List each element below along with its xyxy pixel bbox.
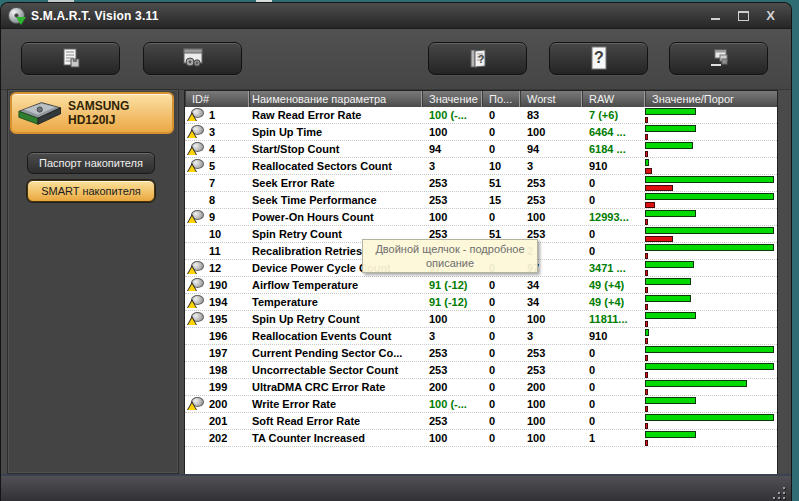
attr-id: 199 bbox=[209, 379, 227, 395]
attr-bar-cell bbox=[645, 328, 777, 344]
attr-raw: 0 bbox=[582, 243, 645, 259]
disk-warning-icon bbox=[187, 312, 207, 326]
value-bar bbox=[645, 414, 774, 421]
disk-warning-icon bbox=[187, 397, 207, 411]
column-header-name[interactable]: Наименование параметра bbox=[249, 91, 422, 107]
attr-name: Spin Up Retry Count bbox=[249, 311, 422, 327]
maximize-button[interactable] bbox=[737, 9, 750, 22]
attr-raw: 0 bbox=[582, 226, 645, 242]
attr-raw: 49 (+4) bbox=[582, 277, 645, 293]
app-icon bbox=[8, 7, 25, 24]
threshold-bar bbox=[645, 151, 648, 157]
about-button[interactable]: ? bbox=[549, 42, 648, 75]
close-button[interactable]: X bbox=[764, 9, 777, 22]
attr-threshold: 0 bbox=[482, 413, 520, 429]
threshold-bar bbox=[645, 270, 648, 276]
save-report-button[interactable] bbox=[21, 42, 120, 75]
table-row[interactable]: 9Power-On Hours Count100010012993... bbox=[185, 209, 777, 226]
table-row[interactable]: 200Write Error Rate100 (-...01000 bbox=[185, 396, 777, 413]
exit-button[interactable] bbox=[669, 42, 768, 75]
attr-name: Reallocated Sectors Count bbox=[249, 158, 422, 174]
attr-name: Start/Stop Count bbox=[249, 141, 422, 157]
value-bar bbox=[645, 363, 774, 370]
table-row[interactable]: 8Seek Time Performance253152530 bbox=[185, 192, 777, 209]
table-row[interactable]: 199UltraDMA CRC Error Rate20002000 bbox=[185, 379, 777, 396]
table-row[interactable]: 196Reallocation Events Count303910 bbox=[185, 328, 777, 345]
column-header-threshold[interactable]: По... bbox=[482, 91, 520, 107]
row-icon-placeholder bbox=[187, 380, 207, 394]
table-row[interactable]: 4Start/Stop Count940946184 ... bbox=[185, 141, 777, 158]
value-bar bbox=[645, 431, 696, 438]
attr-id: 198 bbox=[209, 362, 227, 378]
attr-id: 11 bbox=[209, 243, 221, 259]
attr-worst: 100 bbox=[520, 209, 582, 225]
row-icon-placeholder bbox=[187, 193, 207, 207]
attr-worst: 253 bbox=[520, 362, 582, 378]
settings-button[interactable] bbox=[143, 42, 242, 75]
attr-bar-cell bbox=[645, 362, 777, 378]
attr-threshold: 0 bbox=[482, 311, 520, 327]
attr-threshold: 10 bbox=[482, 158, 520, 174]
attr-worst: 253 bbox=[520, 345, 582, 361]
drive-passport-button[interactable]: Паспорт накопителя bbox=[27, 152, 155, 174]
attr-name: Raw Read Error Rate bbox=[249, 107, 422, 123]
table-row[interactable]: 198Uncorrectable Sector Count25302530 bbox=[185, 362, 777, 379]
attr-id: 197 bbox=[209, 345, 227, 361]
table-row[interactable]: 3Spin Up Time10001006464 ... bbox=[185, 124, 777, 141]
drive-selector[interactable]: SAMSUNG HD120IJ bbox=[10, 92, 174, 134]
table-row[interactable]: 197Current Pending Sector Co...25302530 bbox=[185, 345, 777, 362]
threshold-bar bbox=[645, 372, 648, 378]
attr-name: UltraDMA CRC Error Rate bbox=[249, 379, 422, 395]
attr-id: 202 bbox=[209, 430, 227, 446]
attr-raw: 0 bbox=[582, 345, 645, 361]
attr-id: 9 bbox=[209, 209, 215, 225]
table-row[interactable]: 1Raw Read Error Rate100 (-...0837 (+6) bbox=[185, 107, 777, 124]
table-row[interactable]: 5Reallocated Sectors Count3103910 bbox=[185, 158, 777, 175]
attr-value: 91 (-12) bbox=[422, 294, 482, 310]
threshold-bar bbox=[645, 440, 648, 446]
minimize-button[interactable] bbox=[710, 9, 723, 22]
column-header-raw[interactable]: RAW bbox=[582, 91, 645, 107]
table-row[interactable]: 194Temperature91 (-12)03449 (+4) bbox=[185, 294, 777, 311]
disk-warning-icon bbox=[187, 108, 207, 122]
attr-threshold: 0 bbox=[482, 362, 520, 378]
drive-smart-button[interactable]: SMART накопителя bbox=[27, 180, 155, 202]
column-header-value-threshold[interactable]: Значение/Порог bbox=[645, 91, 777, 107]
attr-id: 12 bbox=[209, 260, 221, 276]
value-bar bbox=[645, 380, 747, 387]
value-bar bbox=[645, 142, 693, 149]
value-bar bbox=[645, 346, 774, 353]
column-header-value[interactable]: Значение bbox=[422, 91, 482, 107]
toolbar: ? ? bbox=[1, 29, 791, 90]
attr-worst: 3 bbox=[520, 328, 582, 344]
svg-text:?: ? bbox=[477, 53, 484, 65]
table-header: ID# Наименование параметра Значение По..… bbox=[185, 91, 777, 107]
resize-grip-icon[interactable] bbox=[769, 487, 787, 501]
table-row[interactable]: 201Soft Read Error Rate25301000 bbox=[185, 413, 777, 430]
column-header-worst[interactable]: Worst bbox=[520, 91, 582, 107]
attr-worst: 83 bbox=[520, 107, 582, 123]
attr-id: 10 bbox=[209, 226, 221, 242]
help-contents-button[interactable]: ? bbox=[428, 42, 527, 75]
attr-value: 100 bbox=[422, 124, 482, 140]
disk-warning-icon bbox=[187, 295, 207, 309]
threshold-bar bbox=[645, 355, 648, 361]
table-row[interactable]: 195Spin Up Retry Count100010011811... bbox=[185, 311, 777, 328]
disk-warning-icon bbox=[187, 159, 207, 173]
attr-value: 253 bbox=[422, 362, 482, 378]
attr-name: Write Error Rate bbox=[249, 396, 422, 412]
attr-bar-cell bbox=[645, 192, 777, 208]
attr-threshold: 0 bbox=[482, 124, 520, 140]
table-row[interactable]: 190Airflow Temperature91 (-12)03449 (+4) bbox=[185, 277, 777, 294]
table-row[interactable]: 202TA Counter Increased10001001 bbox=[185, 430, 777, 447]
app-window: S.M.A.R.T. Vision 3.11 X bbox=[0, 2, 792, 501]
attr-id: 190 bbox=[209, 277, 227, 293]
column-header-id[interactable]: ID# bbox=[185, 91, 249, 107]
title-bar[interactable]: S.M.A.R.T. Vision 3.11 X bbox=[1, 3, 791, 29]
table-row[interactable]: 7Seek Error Rate253512530 bbox=[185, 175, 777, 192]
disk-warning-icon bbox=[187, 261, 207, 275]
attr-id: 5 bbox=[209, 158, 215, 174]
attr-value: 3 bbox=[422, 328, 482, 344]
attr-bar-cell bbox=[645, 379, 777, 395]
save-report-icon bbox=[59, 47, 83, 71]
